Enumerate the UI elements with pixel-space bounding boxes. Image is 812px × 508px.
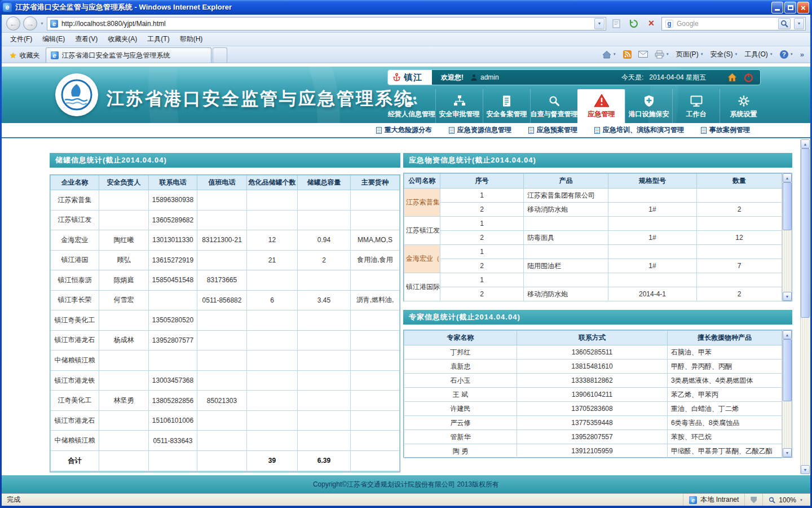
page-menu-button[interactable]: 页面(P) xyxy=(673,47,707,62)
anchor-icon xyxy=(392,73,401,82)
subnav-label: 重大危险源分布 xyxy=(385,125,432,135)
cell-tank-count: 39 xyxy=(247,450,298,471)
cell-tank-count xyxy=(247,410,298,431)
help-button[interactable] xyxy=(777,47,796,62)
overflow-chevron[interactable] xyxy=(797,47,807,62)
browser-tab[interactable]: 江苏省港口安全监管与应急管理系统 xyxy=(46,47,211,63)
history-dropdown-icon[interactable] xyxy=(40,21,44,25)
experts-panel-title: 专家信息统计(截止2014.04.04) xyxy=(403,310,792,325)
city-badge: 镇江 xyxy=(388,70,432,85)
table-row: 管新华 13952807557 苯胺、环己烷 xyxy=(404,430,782,444)
minimize-button[interactable] xyxy=(771,2,783,14)
scroll-up-button[interactable] xyxy=(801,139,810,148)
experts-scrollbar[interactable] xyxy=(782,330,792,457)
cell-phone: 13013011330 xyxy=(149,230,197,251)
feeds-button[interactable] xyxy=(620,47,634,62)
table-row: 中储粮镇江粮 0511-833643 xyxy=(51,431,400,451)
supplies-scrollbar[interactable] xyxy=(782,173,792,301)
menu-item[interactable]: 查看(V) xyxy=(70,33,103,46)
cell-company: 金海宏业（镇江）石化 xyxy=(404,245,440,273)
scrollbar-thumb[interactable] xyxy=(801,148,810,318)
homepage-icon[interactable] xyxy=(727,73,737,82)
scroll-up-button[interactable] xyxy=(783,330,792,339)
subnav-item[interactable]: 重大危险源分布 xyxy=(376,125,432,135)
nav-item-inspection[interactable]: 自查与督查管理 xyxy=(530,89,577,123)
scroll-down-button[interactable] xyxy=(783,448,792,457)
safety-menu-button[interactable]: 安全(S) xyxy=(708,47,741,62)
user-bar-actions xyxy=(727,73,753,82)
nav-item-settings[interactable]: 系统设置 xyxy=(720,89,767,123)
cell-tank-count: 12 xyxy=(247,230,298,251)
document-icon xyxy=(376,127,382,134)
cell-cargo xyxy=(351,270,400,291)
subnav-item[interactable]: 应急资源信息管理 xyxy=(449,125,511,135)
favorites-label: 收藏夹 xyxy=(20,51,40,60)
scroll-down-button[interactable] xyxy=(783,292,792,301)
cell-phone: 15850451548 xyxy=(149,270,197,291)
nav-item-security[interactable]: 港口设施保安 xyxy=(625,89,672,123)
table-row: 2 防毒面具 1# 12 xyxy=(404,231,782,245)
cell-company: 镇江市港龙铁 xyxy=(51,370,99,391)
restore-button[interactable] xyxy=(784,2,796,14)
cell-capacity xyxy=(298,410,351,431)
scrollbar-thumb[interactable] xyxy=(783,339,792,401)
cell-capacity xyxy=(298,310,351,331)
cell-tank-count xyxy=(247,190,298,211)
menu-item[interactable]: 收藏夹(A) xyxy=(103,33,142,46)
nav-item-operators[interactable]: 经营人信息管理 xyxy=(388,89,435,123)
magnifier-icon xyxy=(780,20,788,28)
refresh-button[interactable] xyxy=(626,17,641,30)
search-button[interactable] xyxy=(778,18,791,29)
cell-company: 合计 xyxy=(51,450,99,471)
compatibility-button[interactable] xyxy=(609,17,624,30)
search-box[interactable]: Google xyxy=(661,17,806,30)
tools-menu-button[interactable]: 工具(O) xyxy=(742,47,776,62)
subnav-item[interactable]: 应急预案管理 xyxy=(528,125,577,135)
menu-item[interactable]: 帮助(H) xyxy=(175,33,208,46)
favorites-button[interactable]: 收藏夹 xyxy=(4,48,46,63)
print-button[interactable] xyxy=(652,47,672,62)
table-row: 袁新忠 13815481610 甲醇、异丙醇、丙酮 xyxy=(404,360,782,374)
menu-item[interactable]: 编辑(E) xyxy=(37,33,70,46)
scrollbar-track[interactable] xyxy=(801,148,810,465)
subnav-item[interactable]: 事故案例管理 xyxy=(701,125,750,135)
cell-duty-phone: 0511-856882 xyxy=(197,290,247,310)
cell-qty xyxy=(697,273,782,287)
address-dropdown-button[interactable] xyxy=(594,18,604,29)
nav-item-record[interactable]: 安全备案管理 xyxy=(483,89,530,123)
forward-button[interactable] xyxy=(23,16,37,30)
cell-product: 江苏索普集团有限公司 xyxy=(524,189,608,203)
logout-icon[interactable] xyxy=(744,73,753,82)
stop-button[interactable] xyxy=(644,17,659,30)
new-tab-button[interactable] xyxy=(213,47,227,63)
supplies-column-header: 公司名称 xyxy=(404,174,440,189)
scroll-up-button[interactable] xyxy=(783,173,792,182)
address-bar[interactable]: http://localhost:8080/yjpt/Main.html xyxy=(47,17,606,30)
table-row: 江苏镇江发 13605289682 xyxy=(51,210,400,230)
home-button[interactable] xyxy=(599,47,619,62)
supplies-table: 公司名称序号产品规格型号数量 江苏索普集团有限公司 1 江苏索普集团有限公司 xyxy=(404,173,782,301)
back-button[interactable] xyxy=(6,16,20,30)
cell-safety-manager xyxy=(99,431,149,451)
zoom-control[interactable]: 100% xyxy=(762,494,809,506)
supplies-column-header: 序号 xyxy=(440,174,524,189)
read-mail-button[interactable] xyxy=(636,47,651,62)
close-button[interactable] xyxy=(797,2,809,14)
tank-column-header: 危化品储罐个数 xyxy=(247,176,298,190)
page-scrollbar[interactable] xyxy=(800,139,810,474)
menu-item[interactable]: 工具(T) xyxy=(142,33,174,46)
subnav-item[interactable]: 应急培训、演练和演习管理 xyxy=(594,125,684,135)
nav-item-workbench[interactable]: 工作台 xyxy=(672,89,720,123)
nav-item-approval[interactable]: 安全审批管理 xyxy=(435,89,483,123)
scrollbar-track[interactable] xyxy=(783,339,792,448)
cell-safety-manager: 杨成林 xyxy=(99,330,149,351)
nav-item-emergency[interactable]: 应急管理 xyxy=(577,89,625,123)
scrollbar-track[interactable] xyxy=(783,182,792,292)
scrollbar-thumb[interactable] xyxy=(783,182,792,230)
menu-item[interactable]: 文件(F) xyxy=(5,33,37,46)
cell-company: 镇江市港龙石 xyxy=(51,410,99,431)
search-dropdown-button[interactable] xyxy=(794,18,804,29)
scroll-down-button[interactable] xyxy=(801,465,810,474)
welcome-text: 欢迎您! xyxy=(441,73,464,82)
cell-tank-count xyxy=(247,391,298,411)
